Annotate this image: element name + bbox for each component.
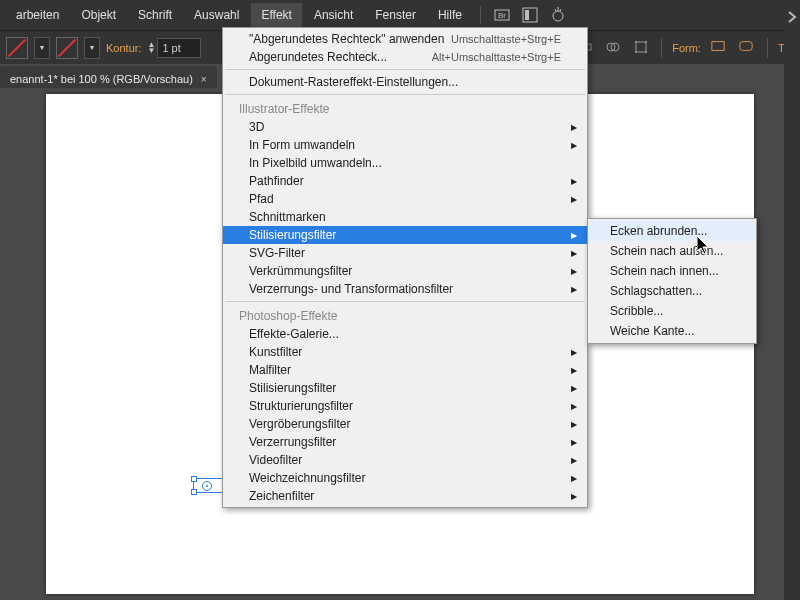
fill-swatch[interactable] xyxy=(6,37,28,59)
menubar-separator xyxy=(480,6,481,24)
dd-separator xyxy=(225,301,585,302)
dd-label: Stilisierungsfilter xyxy=(249,381,336,395)
dd-ill-item-0[interactable]: 3D xyxy=(223,118,587,136)
dd-section-photoshop: Photoshop-Effekte xyxy=(223,305,587,325)
menu-effekt[interactable]: Effekt xyxy=(251,3,301,27)
dd-doc-raster[interactable]: Dokument-Rastereffekt-Einstellungen... xyxy=(223,73,587,91)
dd-ill-item-5[interactable]: Schnittmarken xyxy=(223,208,587,226)
dd-label: Verkrümmungsfilter xyxy=(249,264,352,278)
dd-label: Strukturierungsfilter xyxy=(249,399,353,413)
dd-ill-item-8[interactable]: Verkrümmungsfilter xyxy=(223,262,587,280)
dd-label: "Abgerundetes Rechteck" anwenden xyxy=(249,32,444,46)
shape-roundrect-icon[interactable] xyxy=(739,39,757,57)
dd-ill-item-7[interactable]: SVG-Filter xyxy=(223,244,587,262)
dd-label: Verzerrungs- und Transformationsfilter xyxy=(249,282,453,296)
dd-ill-item-9[interactable]: Verzerrungs- und Transformationsfilter xyxy=(223,280,587,298)
kontur-label: Kontur: xyxy=(106,42,141,54)
submenu-item-0[interactable]: Ecken abrunden... xyxy=(588,221,756,241)
menu-ansicht[interactable]: Ansicht xyxy=(304,3,363,27)
dd-label: Videofilter xyxy=(249,453,302,467)
dd-separator xyxy=(225,94,585,95)
sel-center-left xyxy=(202,481,212,491)
dd-label: Schnittmarken xyxy=(249,210,326,224)
dd-label: SVG-Filter xyxy=(249,246,305,260)
dd-ps-item-0[interactable]: Effekte-Galerie... xyxy=(223,325,587,343)
dd-ps-item-1[interactable]: Kunstfilter xyxy=(223,343,587,361)
menu-arbeiten[interactable]: arbeiten xyxy=(6,3,69,27)
menu-schrift[interactable]: Schrift xyxy=(128,3,182,27)
dd-label: Weichzeichnungsfilter xyxy=(249,471,366,485)
dd-label: Kunstfilter xyxy=(249,345,302,359)
dd-section-illustrator: Illustrator-Effekte xyxy=(223,98,587,118)
menubar: arbeiten Objekt Schrift Auswahl Effekt A… xyxy=(0,0,800,30)
fill-dropdown[interactable]: ▼ xyxy=(34,37,50,59)
submenu-item-5[interactable]: Weiche Kante... xyxy=(588,321,756,341)
sel-handle-nw[interactable] xyxy=(191,476,197,482)
dd-label: Stilisierungsfilter xyxy=(249,228,336,242)
gpu-icon[interactable] xyxy=(549,6,567,24)
submenu-item-1[interactable]: Schein nach außen... xyxy=(588,241,756,261)
stroke-weight-stepper[interactable]: ▲▼ xyxy=(147,38,201,58)
dd-ps-item-9[interactable]: Zeichenfilter xyxy=(223,487,587,505)
transform-icon[interactable] xyxy=(633,39,651,57)
dd-label: Vergröberungsfilter xyxy=(249,417,350,431)
shape-rect-icon[interactable] xyxy=(711,39,729,57)
dd-last-effect[interactable]: Abgerundetes Rechteck... Alt+Umschalttas… xyxy=(223,48,587,66)
dd-ps-item-2[interactable]: Malfilter xyxy=(223,361,587,379)
effekt-dropdown: "Abgerundetes Rechteck" anwenden Umschal… xyxy=(222,27,588,508)
dd-ill-item-2[interactable]: In Pixelbild umwandeln... xyxy=(223,154,587,172)
dd-ill-item-6[interactable]: Stilisierungsfilter xyxy=(223,226,587,244)
dd-label: Malfilter xyxy=(249,363,291,377)
dd-ill-item-3[interactable]: Pathfinder xyxy=(223,172,587,190)
submenu-item-3[interactable]: Schlagschatten... xyxy=(588,281,756,301)
svg-text:Br: Br xyxy=(498,11,506,20)
menu-fenster[interactable]: Fenster xyxy=(365,3,426,27)
svg-rect-15 xyxy=(740,41,752,50)
dd-ps-item-7[interactable]: Videofilter xyxy=(223,451,587,469)
dd-shortcut: Umschalttaste+Strg+E xyxy=(451,33,561,45)
menu-hilfe[interactable]: Hilfe xyxy=(428,3,472,27)
sel-handle-sw[interactable] xyxy=(191,489,197,495)
svg-point-12 xyxy=(635,51,637,53)
dd-label: In Form umwandeln xyxy=(249,138,355,152)
submenu-item-4[interactable]: Scribble... xyxy=(588,301,756,321)
dd-label: Pfad xyxy=(249,192,274,206)
dd-ps-item-5[interactable]: Vergröberungsfilter xyxy=(223,415,587,433)
dd-ill-item-1[interactable]: In Form umwandeln xyxy=(223,136,587,154)
dd-ps-item-4[interactable]: Strukturierungsfilter xyxy=(223,397,587,415)
dd-label: Effekte-Galerie... xyxy=(249,327,339,341)
dd-separator xyxy=(225,69,585,70)
right-panel-strip[interactable] xyxy=(784,0,800,600)
shape-mode-icon[interactable] xyxy=(605,39,623,57)
svg-rect-9 xyxy=(636,42,646,52)
form-label: Form: xyxy=(672,42,701,54)
stroke-swatch[interactable] xyxy=(56,37,78,59)
menu-auswahl[interactable]: Auswahl xyxy=(184,3,249,27)
svg-rect-14 xyxy=(712,41,724,50)
dd-label: Abgerundetes Rechteck... xyxy=(249,50,387,64)
dd-label: Pathfinder xyxy=(249,174,304,188)
close-tab-icon[interactable]: × xyxy=(201,74,207,85)
stroke-weight-input[interactable] xyxy=(157,38,201,58)
svg-rect-3 xyxy=(525,10,529,20)
stroke-dropdown[interactable]: ▼ xyxy=(84,37,100,59)
panel-toggle-icon[interactable] xyxy=(785,10,799,24)
arrange-docs-icon[interactable] xyxy=(521,6,539,24)
dd-apply-last[interactable]: "Abgerundetes Rechteck" anwenden Umschal… xyxy=(223,30,587,48)
dd-label: 3D xyxy=(249,120,264,134)
dd-ps-item-8[interactable]: Weichzeichnungsfilter xyxy=(223,469,587,487)
document-tab[interactable]: enannt-1* bei 100 % (RGB/Vorschau) × xyxy=(0,66,217,88)
dd-label: Verzerrungsfilter xyxy=(249,435,336,449)
dd-label: In Pixelbild umwandeln... xyxy=(249,156,382,170)
svg-point-11 xyxy=(645,41,647,43)
svg-point-4 xyxy=(553,11,563,21)
dd-ps-item-3[interactable]: Stilisierungsfilter xyxy=(223,379,587,397)
dd-ill-item-4[interactable]: Pfad xyxy=(223,190,587,208)
svg-point-13 xyxy=(645,51,647,53)
bridge-icon[interactable]: Br xyxy=(493,6,511,24)
dd-ps-item-6[interactable]: Verzerrungsfilter xyxy=(223,433,587,451)
dd-shortcut: Alt+Umschalttaste+Strg+E xyxy=(432,51,561,63)
menu-objekt[interactable]: Objekt xyxy=(71,3,126,27)
dd-label: Dokument-Rastereffekt-Einstellungen... xyxy=(249,75,458,89)
submenu-item-2[interactable]: Schein nach innen... xyxy=(588,261,756,281)
